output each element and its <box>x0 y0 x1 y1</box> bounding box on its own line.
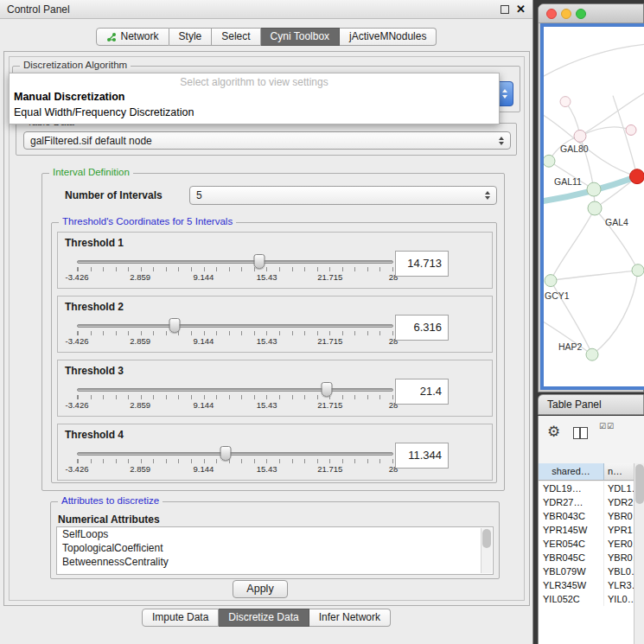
table-scrollbar[interactable] <box>634 463 644 644</box>
dropdown-arrows-icon[interactable] <box>480 191 490 200</box>
tab-infer-network[interactable]: Infer Network <box>309 609 391 627</box>
network-node-gal4[interactable] <box>588 201 602 215</box>
network-node-gal80[interactable] <box>574 130 586 142</box>
network-node-selected-red[interactable] <box>630 169 644 184</box>
network-view-window: GAL80 GAL11 GAL4 GCY1 HAP2 <box>538 3 644 392</box>
close-icon[interactable]: ✕ <box>516 2 526 17</box>
network-node-gcy1[interactable] <box>545 275 557 287</box>
column-header-shared-name[interactable]: shared… <box>539 463 604 480</box>
tick-label: 15.43 <box>257 400 277 410</box>
tab-cyni-toolbox[interactable]: Cyni Toolbox <box>261 28 340 46</box>
number-of-intervals-combobox[interactable]: 5 <box>189 186 497 205</box>
cell-shared-name: YIL052C <box>539 592 604 606</box>
scrollbar-thumb[interactable] <box>635 464 644 504</box>
close-button[interactable] <box>546 9 557 19</box>
columns-icon[interactable] <box>573 427 588 439</box>
minimize-button[interactable] <box>561 9 571 19</box>
threshold-1-value-field[interactable]: 14.713 <box>395 251 449 277</box>
control-panel-window: Control Panel ✕ Network Style Select Cyn… <box>0 0 533 644</box>
dropdown-placeholder-item: Select algorithm to view settings <box>10 73 499 89</box>
control-panel-titlebar: Control Panel ✕ <box>0 0 532 19</box>
threshold-2-value-field[interactable]: 6.316 <box>395 315 449 341</box>
tab-select[interactable]: Select <box>212 28 260 46</box>
network-window-titlebar <box>539 4 643 23</box>
column-header-name[interactable]: n… <box>604 463 634 480</box>
slider-tick-labels: -3.426 2.859 9.144 15.43 21.715 28 <box>77 464 393 475</box>
table-row[interactable]: YDR27…YDR2… <box>539 495 634 509</box>
scrollbar-thumb[interactable] <box>482 529 491 548</box>
tab-jactivemnodules[interactable]: jActiveMNodules <box>340 28 437 46</box>
node-label: GAL80 <box>560 144 589 154</box>
threshold-3-slider[interactable]: -3.426 2.859 9.144 15.43 21.715 28 <box>77 381 393 416</box>
table-row[interactable]: YBR043CYBR0… <box>539 509 634 523</box>
cell-name: YLR3… <box>604 578 634 592</box>
network-node[interactable] <box>626 124 636 135</box>
table-row[interactable]: YBR045CYBR0… <box>539 551 634 564</box>
table-row[interactable]: YPR145WYPR1… <box>539 523 634 537</box>
tab-impute-data[interactable]: Impute Data <box>142 609 219 627</box>
tab-network[interactable]: Network <box>96 28 169 46</box>
cell-name: YDR2… <box>604 495 634 509</box>
table-row[interactable]: YIL052CYIL0… <box>539 592 634 606</box>
tab-label: Network <box>121 29 159 45</box>
tick-label: 9.144 <box>194 336 214 346</box>
network-node[interactable] <box>544 155 555 167</box>
network-node-hap2[interactable] <box>586 348 598 360</box>
cell-shared-name: YER054C <box>539 537 604 551</box>
tick-label: 2.859 <box>130 464 150 474</box>
list-item[interactable]: TopologicalCoefficient <box>57 541 493 555</box>
float-window-icon[interactable] <box>501 5 509 14</box>
network-node[interactable] <box>632 265 644 277</box>
slider-tick-labels: -3.426 2.859 9.144 15.43 21.715 28 <box>77 400 393 411</box>
tab-style[interactable]: Style <box>169 28 213 46</box>
thresholds-group: Threshold's Coordinates for 5 Intervals … <box>51 222 497 483</box>
threshold-4-slider[interactable]: -3.426 2.859 9.144 15.43 21.715 28 <box>77 445 393 480</box>
slider-track[interactable] <box>77 260 393 264</box>
zoom-button[interactable] <box>576 9 586 19</box>
tick-label: -3.426 <box>66 464 89 474</box>
table-row[interactable]: YBL079WYBL0… <box>539 564 634 578</box>
table-body: YDL19…YDL1… YDR27…YDR2… YBR043CYBR0… YPR… <box>539 481 634 644</box>
cell-name: YBR0… <box>604 509 634 523</box>
cell-name: YER0… <box>604 537 634 551</box>
tab-label: Select <box>221 29 250 45</box>
table-row[interactable]: YLR345WYLR3… <box>539 578 634 592</box>
tab-label: Cyni Toolbox <box>271 29 329 45</box>
threshold-2-slider[interactable]: -3.426 2.859 9.144 15.43 21.715 28 <box>77 317 393 352</box>
checkbox-icons[interactable]: ☑☑ <box>599 423 615 430</box>
slider-track[interactable] <box>77 452 393 456</box>
list-item[interactable]: SelfLoops <box>57 527 493 541</box>
tick-label: 9.144 <box>194 272 214 282</box>
threshold-4-value-field[interactable]: 11.344 <box>395 443 449 469</box>
dropdown-option-manual[interactable]: Manual Discretization <box>10 89 499 105</box>
dropdown-arrows-icon[interactable] <box>494 137 504 145</box>
table-row[interactable]: YDL19…YDL1… <box>539 481 634 495</box>
slider-ticks <box>77 331 393 335</box>
threshold-1-panel: Threshold 1 -3.426 2.859 9.144 15.43 21.… <box>57 232 493 289</box>
network-node[interactable] <box>560 97 571 107</box>
attributes-group-title: Attributes to discretize <box>58 495 163 506</box>
threshold-3-value-field[interactable]: 21.4 <box>395 379 449 405</box>
thresholds-group-title: Threshold's Coordinates for 5 Intervals <box>59 216 236 226</box>
slider-tick-labels: -3.426 2.859 9.144 15.43 21.715 28 <box>77 336 393 347</box>
apply-button[interactable]: Apply <box>233 580 288 598</box>
tick-label: 21.715 <box>317 400 342 410</box>
tab-discretize-data[interactable]: Discretize Data <box>219 609 309 627</box>
dropdown-option-equal-width[interactable]: Equal Width/Frequency Discretization <box>10 105 499 120</box>
tick-label: 9.144 <box>194 400 214 410</box>
tick-label: 2.859 <box>130 272 150 282</box>
list-item[interactable]: BetweennessCentrality <box>57 555 493 569</box>
table-row[interactable]: YER054CYER0… <box>539 537 634 551</box>
list-scrollbar[interactable] <box>481 528 492 573</box>
slider-track[interactable] <box>77 324 393 328</box>
threshold-1-label: Threshold 1 <box>65 237 124 249</box>
slider-track[interactable] <box>77 388 393 392</box>
gear-icon[interactable]: ⚙ <box>547 424 560 441</box>
table-data-combobox[interactable]: galFiltered.sif default node <box>23 131 511 150</box>
network-canvas[interactable]: GAL80 GAL11 GAL4 GCY1 HAP2 <box>540 23 644 390</box>
network-node-gal11[interactable] <box>587 182 601 196</box>
slider-ticks <box>77 459 393 463</box>
tick-label: 2.859 <box>130 336 150 346</box>
threshold-1-slider[interactable]: -3.426 2.859 9.144 15.43 21.715 28 <box>77 253 393 288</box>
cell-shared-name: YLR345W <box>539 578 604 592</box>
